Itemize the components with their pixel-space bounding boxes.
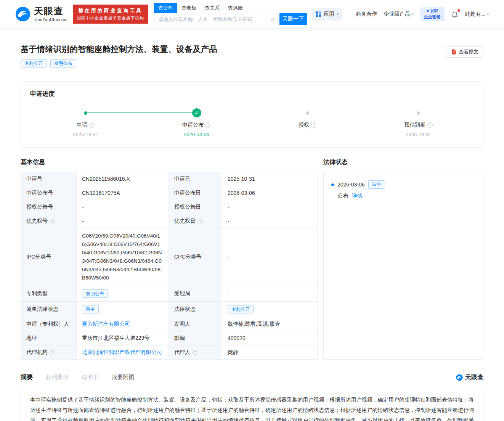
apps-menu[interactable]: 应用 ▾ — [312, 8, 343, 21]
field-label: 专利类型 — [26, 290, 48, 296]
tianyancha-logo-icon — [15, 6, 30, 22]
slogan-line1: 都在用的商业查询工具 — [77, 7, 144, 14]
search-input[interactable] — [154, 16, 278, 22]
applicant-link[interactable]: 赛力斯汽车有限公司 — [82, 321, 130, 327]
step-dot-pending — [306, 111, 309, 115]
field-label: 申请（专利权）人 — [26, 321, 69, 327]
progress-step-published: ✓ 申请公布 ? 2026-03-06 — [141, 108, 252, 137]
legal-status-item: 2026-03-06 审中 — [331, 180, 475, 189]
view-original-button[interactable]: 查看原文 — [446, 46, 483, 58]
field-value-ipc: G06V20/59;G06V20/40;G06V40/16;G06V40/18;… — [82, 232, 163, 282]
tianyancha-logo[interactable]: 天眼查 TianYanCha.com — [15, 6, 67, 22]
field-label: 法律状态 — [174, 306, 196, 312]
field-label: 优先权号 — [26, 218, 48, 224]
watermark: 天眼查 — [456, 373, 483, 381]
chevron-down-icon: ▾ — [412, 12, 414, 16]
clear-icon[interactable]: × — [271, 16, 274, 22]
patent-type-badge: 发明公布 — [82, 289, 108, 298]
section-title-basic-info: 基本信息 — [21, 158, 317, 166]
bullet-icon — [331, 183, 334, 186]
help-icon[interactable]: ? — [50, 350, 55, 355]
search-button[interactable]: 天眼一下 — [279, 13, 307, 25]
agency-link[interactable]: 北京润泽恒知识产权代理有限公司 — [82, 349, 162, 355]
search-tab-boss[interactable]: 查老板 — [177, 3, 201, 13]
document-tabs: 摘要 权利要求 说明书 摘要附图 — [21, 373, 135, 381]
divider — [349, 11, 349, 17]
help-icon[interactable]: ? — [205, 122, 211, 128]
apps-grid-icon — [316, 11, 321, 17]
tab-claims[interactable]: 权利要求 — [46, 374, 69, 381]
step-date: 2025-10-31 — [30, 132, 141, 137]
field-value: - — [82, 218, 84, 224]
step-dot-done — [84, 111, 87, 115]
step-label: 授权 — [299, 122, 309, 129]
tab-abstract[interactable]: 摘要 — [21, 373, 33, 381]
header: 天眼查 TianYanCha.com 都在用的商业查询工具 国家中小企业发展子基… — [0, 0, 504, 29]
field-label: 授权公告日 — [174, 204, 201, 210]
chevron-down-icon: ▾ — [337, 12, 339, 16]
field-label: 简单法律状态 — [26, 306, 58, 312]
bell-icon — [451, 10, 459, 18]
basic-info-section: 基本信息 申请号 CN202511586016.X 申请日 2025-10-31… — [21, 158, 317, 360]
patent-tag-invention: 发明公布 — [50, 59, 76, 67]
logo-domain: TianYanCha.com — [34, 17, 67, 22]
step-date: 2026-03-06 — [141, 132, 252, 137]
section-title-legal-status: 法律状态 — [323, 158, 483, 166]
field-value: - — [228, 218, 230, 224]
tianyancha-logo-icon — [456, 374, 463, 381]
field-value: - — [228, 291, 230, 297]
help-icon[interactable]: ? — [50, 219, 55, 224]
application-progress-section: 申请进度 申请 ? 2025-10-31 ✓ 申请公布 ? — [21, 81, 483, 148]
field-value: 2026-03-06 — [228, 190, 255, 196]
help-icon[interactable]: ? — [197, 219, 203, 224]
progress-step-granted: 授权 ? - — [252, 108, 363, 137]
field-label: 优先权日 — [174, 218, 196, 224]
help-icon[interactable]: ? — [311, 122, 316, 128]
watermark-text: 天眼查 — [465, 373, 483, 381]
nav-cooperation[interactable]: 商务合作 — [356, 11, 377, 18]
field-label: 申请公布号 — [26, 190, 53, 196]
help-icon[interactable]: ? — [89, 122, 95, 128]
field-label: 代理机构 — [26, 349, 48, 355]
header-nav: 应用 ▾ 商务合作 企业级产品 ▾ ♥ VIP 企业套餐 此处有... ▾ — [312, 7, 489, 21]
help-icon[interactable]: ? — [192, 350, 197, 355]
search-tab-relation[interactable]: 查关系 — [201, 3, 224, 13]
logo-text: 天眼查 — [34, 6, 67, 16]
table-row: IPC分类号 G06V20/59;G06V20/40;G06V40/16;G06… — [21, 228, 318, 286]
pdf-icon — [451, 49, 456, 55]
field-label: 邮编 — [174, 335, 185, 341]
check-icon: ✓ — [192, 108, 201, 117]
field-value: 魏佳楠;陈君;高洪;廖壹 — [228, 321, 280, 327]
slogan-banner: 都在用的商业查询工具 国家中小企业发展子基金旗下机构 — [73, 5, 148, 24]
legal-detail-link[interactable]: 详情 — [352, 193, 363, 199]
nav-enterprise[interactable]: 企业级产品 ▾ — [384, 11, 414, 18]
field-value: - — [82, 204, 84, 210]
tab-abstract-figure[interactable]: 摘要附图 — [112, 374, 135, 381]
table-row: 代理机构? 北京润泽恒知识产权代理有限公司 代理人? 庞静 — [21, 345, 318, 360]
progress-step-expiry: 预估到期 ? 2045-10-31 — [363, 108, 474, 137]
legal-event: 公布 — [337, 193, 348, 199]
field-value: 庞静 — [228, 349, 238, 355]
help-icon[interactable]: ? — [427, 122, 433, 128]
patent-tag-publication: 专利公开 — [21, 59, 47, 67]
heart-icon: ♥ — [426, 8, 429, 14]
vip-package-button[interactable]: ♥ VIP 企业套餐 — [420, 7, 445, 21]
nav-enterprise-label: 企业级产品 — [384, 11, 410, 18]
field-label: 授权公告号 — [26, 204, 53, 210]
step-label: 预估到期 — [404, 122, 425, 129]
page-title: 基于情绪识别的智能座舱控制方法、装置、设备及产品 — [21, 44, 217, 55]
field-value: 2025-10-31 — [228, 176, 255, 182]
abstract-content: 本申请实施例提供了基于情绪识别的智能座舱控制方法、装置、设备及产品，包括：获取基… — [21, 387, 483, 421]
field-label: IPC分类号 — [26, 254, 51, 260]
vip-sublabel: 企业套餐 — [424, 14, 441, 20]
table-row: 授权公告号 - 授权公告日 - — [21, 200, 318, 214]
user-menu[interactable]: 此处有... ▾ — [465, 11, 489, 18]
legal-status-section: 法律状态 2026-03-06 审中 公布 详情 — [323, 158, 483, 360]
notification-bell[interactable] — [451, 10, 459, 18]
tab-description[interactable]: 说明书 — [82, 374, 99, 381]
search-tab-risk[interactable]: 查风险 — [224, 3, 247, 13]
search-tab-company[interactable]: 查公司 — [154, 3, 177, 13]
status-badge: 审中 — [82, 305, 99, 313]
section-title-progress: 申请进度 — [30, 90, 474, 98]
step-label: 申请 — [77, 122, 87, 129]
